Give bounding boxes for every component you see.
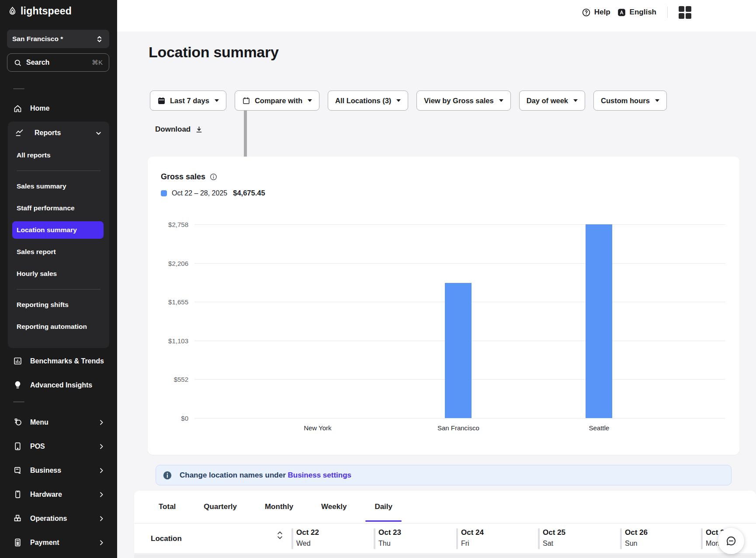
column-header-location[interactable]: Location [151, 523, 182, 554]
sidebar-item-label: Sales summary [17, 182, 66, 190]
search-icon [14, 59, 22, 67]
sidebar-item-menu[interactable]: Menu [0, 410, 117, 434]
apps-grid-icon[interactable] [679, 6, 691, 19]
filter-compare-with[interactable]: Compare with [235, 91, 319, 111]
sidebar-item-sales-summary[interactable]: Sales summary [8, 175, 109, 197]
menu-icon [13, 418, 22, 427]
sidebar-item-sales-report[interactable]: Sales report [8, 241, 109, 263]
caret-down-icon [655, 99, 659, 102]
y-tick-label: $2,758 [168, 221, 188, 228]
tab-total[interactable]: Total [149, 491, 185, 523]
language-button[interactable]: English [617, 8, 656, 17]
sidebar-item-reporting-automation[interactable]: Reporting automation [8, 316, 109, 338]
page-title: Location summary [149, 44, 279, 61]
column-divider [456, 528, 458, 549]
sort-toggle-icon[interactable] [277, 531, 283, 540]
column-header-date: Oct 25 [543, 528, 565, 537]
y-tick-label: $2,206 [168, 259, 188, 267]
operations-icon [13, 514, 22, 523]
gridline [194, 418, 725, 418]
sidebar-item-label: Payment [30, 539, 59, 547]
banner-link-business-settings[interactable]: Business settings [288, 471, 352, 479]
tab-weekly[interactable]: Weekly [312, 491, 356, 523]
sidebar-item-pos[interactable]: POS [0, 434, 117, 458]
chat-button[interactable] [718, 528, 744, 554]
sidebar-item-reports[interactable]: Reports [8, 122, 109, 144]
sidebar-item-staff-performance[interactable]: Staff performance [8, 197, 109, 219]
filter-label: Custom hours [601, 97, 650, 105]
sidebar-item-label: Business [30, 467, 61, 474]
sidebar-item-payment[interactable]: Payment [0, 530, 117, 555]
sidebar-item-label: Home [30, 105, 49, 112]
sidebar-item-all-reports[interactable]: All reports [8, 144, 109, 166]
sidebar-item-label: Hardware [30, 491, 62, 499]
filter-day-of-week[interactable]: Day of week [519, 91, 585, 111]
chat-bubble-icon [725, 535, 737, 547]
tab-quarterly[interactable]: Quarterly [194, 491, 246, 523]
download-button[interactable]: Download [155, 125, 203, 134]
banner-text: Change location names under [180, 471, 286, 479]
sidebar-item-label: Operations [30, 515, 67, 523]
chart-title: Gross sales [161, 172, 205, 181]
filter-custom-hours[interactable]: Custom hours [593, 91, 667, 111]
y-tick-label: $1,103 [168, 337, 188, 344]
tab-daily[interactable]: Daily [365, 491, 402, 523]
sidebar-item-benchmarks-trends[interactable]: Benchmarks & Trends [0, 349, 117, 373]
sidebar-item-home[interactable]: Home [0, 98, 117, 119]
sidebar-item-label: Reporting automation [17, 323, 87, 331]
filter-label: Compare with [255, 97, 302, 105]
reports-label: Reports [35, 129, 61, 137]
x-axis-label: San Francisco [437, 424, 479, 432]
chevron-right-icon [98, 515, 105, 522]
chevron-right-icon [98, 491, 105, 498]
location-selector[interactable]: San Francisco * [7, 30, 109, 48]
search-placeholder: Search [26, 59, 49, 66]
caret-down-icon [573, 99, 578, 102]
chevron-down-icon [95, 129, 102, 137]
column-header-date: Oct 24 [461, 528, 484, 537]
filter-view-by-gross-sales[interactable]: View by Gross sales [416, 91, 510, 111]
filter-label: All Locations (3) [335, 97, 391, 105]
caret-down-icon [308, 99, 312, 102]
language-icon [617, 8, 626, 17]
sidebar-item-label: Location summary [17, 226, 77, 234]
caret-down-icon [215, 99, 219, 102]
bar-seattle[interactable] [586, 224, 612, 418]
column-header-day: Thu [378, 540, 391, 548]
search-input[interactable]: Search ⌘K [7, 53, 109, 72]
gross-sales-card: Gross sales Oct 22 – 28, 2025 $4,675.45 … [148, 157, 739, 455]
help-button[interactable]: Help [582, 8, 610, 17]
column-divider [620, 528, 622, 549]
top-header: Help English [117, 0, 756, 31]
column-header-day: Wed [296, 540, 311, 548]
column-header-date: Oct 22 [296, 528, 319, 537]
sidebar-item-hardware[interactable]: Hardware [0, 482, 117, 506]
bar-san-francisco[interactable] [445, 283, 472, 418]
chart-legend[interactable]: Oct 22 – 28, 2025 $4,675.45 [161, 189, 265, 197]
column-header-date: Oct 23 [378, 528, 401, 537]
sidebar-divider [13, 88, 24, 89]
column-divider [701, 528, 703, 549]
sidebar-item-location-summary[interactable]: Location summary [8, 219, 109, 241]
sidebar-item-advanced-insights[interactable]: Advanced Insights [0, 373, 117, 397]
home-icon [13, 104, 22, 113]
chevron-right-icon [98, 539, 105, 546]
sidebar-item-label: Reporting shifts [17, 301, 69, 309]
info-icon[interactable] [209, 173, 218, 181]
download-icon [195, 126, 203, 134]
brand-logo[interactable]: lightspeed [8, 5, 72, 17]
column-divider [538, 528, 540, 549]
sidebar-item-operations[interactable]: Operations [0, 506, 117, 530]
sidebar-item-reporting-shifts[interactable]: Reporting shifts [8, 294, 109, 316]
sidebar-item-hourly-sales[interactable]: Hourly sales [8, 263, 109, 285]
sidebar-item-label: Advanced Insights [30, 381, 92, 389]
sidebar-item-business[interactable]: Business [0, 458, 117, 482]
search-shortcut: ⌘K [92, 59, 103, 66]
sidebar-item-label: Sales report [17, 248, 56, 256]
filter-all-locations-3[interactable]: All Locations (3) [328, 91, 408, 111]
tab-monthly[interactable]: Monthly [256, 491, 302, 523]
column-header-day: Sun [625, 540, 637, 548]
filter-last-7-days[interactable]: Last 7 days [150, 91, 226, 111]
business-icon [13, 466, 22, 475]
reports-icon [15, 129, 24, 138]
